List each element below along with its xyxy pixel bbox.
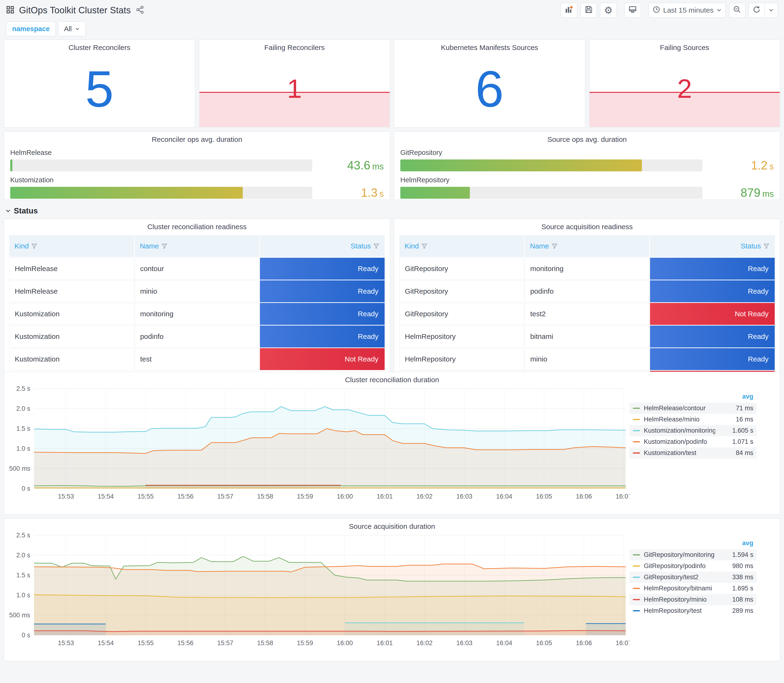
y-axis-tick: 1.5 s	[16, 572, 30, 579]
legend-series-name[interactable]: HelmRepository/bitnami	[644, 585, 715, 592]
cell-name: contour	[135, 258, 260, 280]
gauge-value: 1.3s	[312, 186, 384, 200]
legend-item[interactable]: Kustomization/podinfo1.071 s	[630, 436, 757, 447]
column-header-status[interactable]: Status	[260, 235, 385, 257]
stat-panels-row: Cluster Reconcilers5Failing Reconcilers1…	[4, 40, 780, 128]
stat-panel: Cluster Reconcilers5	[4, 40, 195, 128]
stat-panel: Failing Reconcilers1	[199, 40, 390, 128]
column-header-status[interactable]: Status	[650, 235, 775, 257]
column-header-kind[interactable]: Kind	[9, 235, 134, 257]
legend-series-name[interactable]: HelmRelease/minio	[644, 416, 715, 423]
legend-series-name[interactable]: Kustomization/podinfo	[644, 438, 715, 446]
time-range-picker[interactable]: Last 15 minutes	[649, 3, 726, 18]
column-header-kind[interactable]: Kind	[399, 235, 524, 257]
legend-item[interactable]: HelmRepository/minio108 ms	[630, 594, 757, 605]
gauge-track	[400, 159, 702, 172]
apps-grid-icon[interactable]	[6, 6, 14, 15]
gauge-track	[10, 159, 312, 172]
legend-series-name[interactable]: HelmRepository/minio	[644, 596, 715, 603]
y-axis-tick: 500 ms	[9, 465, 30, 472]
series-area	[34, 564, 626, 635]
legend-item[interactable]: HelmRelease/minio16 ms	[630, 414, 757, 425]
legend-series-name[interactable]: GitRepository/podinfo	[644, 562, 715, 570]
section-status[interactable]: Status	[4, 202, 780, 219]
cell-name: test2	[525, 303, 649, 325]
legend-series-avg: 108 ms	[715, 596, 753, 603]
legend-series-name[interactable]: GitRepository/monitoring	[644, 551, 715, 558]
cell-name: minio	[525, 348, 649, 370]
table-row: HelmReleasecontourReady	[9, 258, 385, 280]
add-panel-button[interactable]	[561, 3, 577, 18]
filter-icon[interactable]	[161, 243, 168, 249]
x-axis-tick: 16:04	[496, 640, 512, 646]
x-axis-tick: 15:53	[58, 640, 74, 646]
legend-series-name[interactable]: Kustomization/monitoring	[644, 427, 715, 434]
column-header-name[interactable]: Name	[135, 235, 260, 257]
cell-kind: HelmRepository	[399, 348, 524, 370]
legend-item[interactable]: Kustomization/monitoring1.605 s	[630, 425, 757, 436]
legend-series-name[interactable]: Kustomization/test	[644, 449, 715, 457]
legend-series-name[interactable]: GitRepository/test2	[644, 574, 715, 581]
tv-cycle-button[interactable]	[624, 3, 641, 18]
legend-item[interactable]: HelmRelease/contour71 ms	[630, 402, 757, 414]
status-badge: Ready	[260, 258, 385, 280]
filter-icon[interactable]	[373, 243, 379, 249]
table-row: GitRepositorymonitoringReady	[399, 258, 775, 280]
legend-series-color-icon	[633, 577, 640, 578]
stat-value: 2	[677, 75, 692, 102]
cell-kind: HelmRepository	[399, 325, 524, 348]
timeseries-chart[interactable]: 0 s500 ms1.0 s1.5 s2.0 s2.5 s15:5315:541…	[6, 531, 630, 650]
refresh-button[interactable]	[749, 3, 765, 18]
table-row: KustomizationmonitoringReady	[9, 303, 385, 325]
timeseries-chart[interactable]: 0 s500 ms1.0 s1.5 s2.0 s2.5 s15:5315:541…	[6, 385, 630, 504]
page-title: GitOps Toolkit Cluster Stats	[19, 5, 131, 16]
filter-icon[interactable]	[552, 243, 558, 249]
zoom-out-button[interactable]	[729, 3, 745, 18]
cell-name: monitoring	[525, 258, 649, 280]
share-icon[interactable]	[136, 5, 144, 15]
x-axis-tick: 16:01	[377, 640, 393, 646]
stat-panel-title: Kubernetes Manifests Sources	[394, 40, 585, 51]
status-badge: Ready	[650, 348, 775, 370]
column-header-name[interactable]: Name	[525, 235, 649, 257]
gauge-value: 879ms	[702, 186, 774, 200]
series-area	[586, 624, 626, 635]
gauge-fill	[10, 187, 243, 199]
legend-item[interactable]: GitRepository/monitoring1.594 s	[630, 549, 757, 560]
save-dashboard-icon	[585, 5, 593, 15]
chevron-down-icon	[717, 6, 721, 14]
cell-kind: GitRepository	[399, 303, 524, 325]
filter-icon[interactable]	[763, 243, 770, 249]
legend-item[interactable]: HelmRepository/test289 ms	[630, 605, 757, 616]
legend-avg-header[interactable]: avg	[630, 539, 757, 549]
variable-namespace-label[interactable]: namespace	[6, 21, 56, 36]
bar-gauge-panel: Source ops avg. durationGitRepository1.2…	[394, 131, 780, 200]
gauge-label: HelmRepository	[400, 176, 774, 184]
legend-series-avg: 71 ms	[715, 404, 753, 412]
refresh-interval-dropdown[interactable]	[765, 3, 778, 18]
legend-series-color-icon	[633, 408, 640, 409]
save-dashboard-button[interactable]	[580, 3, 597, 18]
legend-item[interactable]: HelmRepository/bitnami1.695 s	[630, 583, 757, 594]
x-axis-tick: 16:04	[496, 493, 512, 500]
legend-series-color-icon	[633, 452, 640, 454]
zoom-out-icon	[733, 5, 741, 15]
legend-series-name[interactable]: HelmRelease/contour	[644, 404, 715, 412]
filter-icon[interactable]	[421, 243, 428, 249]
legend-item[interactable]: GitRepository/test2338 ms	[630, 572, 757, 583]
variable-namespace-value-dropdown[interactable]: All	[58, 21, 86, 36]
legend-item[interactable]: GitRepository/podinfo980 ms	[630, 560, 757, 572]
filter-icon[interactable]	[31, 243, 37, 249]
x-axis-tick: 16:02	[417, 493, 433, 500]
legend-item[interactable]: Kustomization/test84 ms	[630, 447, 757, 459]
legend-series-color-icon	[633, 430, 640, 431]
x-axis-tick: 15:56	[177, 493, 194, 500]
legend-series-name[interactable]: HelmRepository/test	[644, 607, 715, 614]
table-panel-title: Source acquisition readiness	[394, 219, 780, 231]
x-axis-tick: 16:07	[616, 640, 630, 646]
cell-name: bitnami	[525, 325, 649, 348]
legend-avg-header[interactable]: avg	[630, 393, 757, 402]
table-panel-title: Cluster reconciliation readiness	[4, 219, 390, 231]
y-axis-tick: 0 s	[22, 632, 30, 639]
dashboard-settings-button[interactable]: ⚙	[600, 3, 617, 18]
